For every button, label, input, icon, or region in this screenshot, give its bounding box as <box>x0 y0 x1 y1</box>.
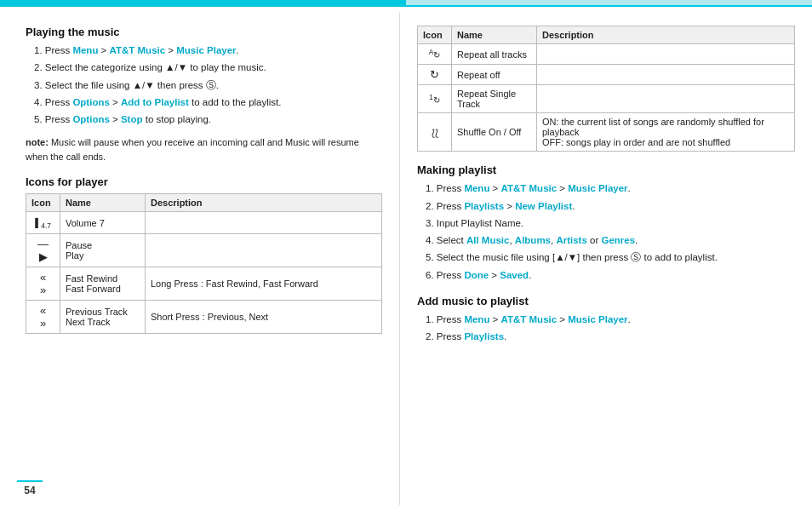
repeat-shuffle-table: Icon Name Description A↻ Repeat all trac… <box>417 26 795 152</box>
icon-repeat-single: 1↻ <box>418 85 452 113</box>
table-row: « » Fast RewindFast Forward Long Press :… <box>26 267 382 301</box>
icons-for-player-section: Icons for player Icon Name Description ▌… <box>26 175 382 334</box>
table-row: ― ▶ PausePlay <box>26 234 382 267</box>
desc-repeat-single <box>537 85 795 113</box>
repeat-shuffle-section: Icon Name Description A↻ Repeat all trac… <box>417 26 795 152</box>
top-bar-accent <box>0 5 812 7</box>
stop-link: Stop <box>121 114 143 124</box>
col-header-name-r: Name <box>452 26 537 44</box>
playing-music-title: Playing the music <box>26 26 382 38</box>
left-column: Playing the music 1. Press Menu > AT&T M… <box>0 12 400 505</box>
add-to-playlist-link: Add to Playlist <box>121 97 189 107</box>
desc-rewind-ff: Long Press : Fast Rewind, Fast Forward <box>146 267 382 301</box>
desc-volume <box>146 212 382 234</box>
making-playlist-title: Making playlist <box>417 164 795 176</box>
mp-step-3: 3. Input Playlist Name. <box>426 216 795 231</box>
name-repeat-single: Repeat Single Track <box>452 85 537 113</box>
name-repeat-all: Repeat all tracks <box>452 44 537 65</box>
next-icon: » <box>31 317 54 330</box>
note-text: note: Music will pause when you receive … <box>26 135 382 164</box>
step-4: 4. Press Options > Add to Playlist to ad… <box>34 95 382 110</box>
mp-step-2: 2. Press Playlists > New Playlist. <box>426 199 795 214</box>
icon-shuffle: ⟅⟅ <box>418 113 452 152</box>
col-header-description: Description <box>146 194 382 212</box>
music-player-link: Music Player <box>176 45 236 55</box>
col-header-icon: Icon <box>26 194 60 212</box>
play-icon: ▶ <box>31 250 54 263</box>
making-playlist-steps: 1. Press Menu > AT&T Music > Music Playe… <box>417 181 795 283</box>
right-column: Icon Name Description A↻ Repeat all trac… <box>400 12 812 505</box>
desc-repeat-all <box>537 44 795 65</box>
desc-prev-next: Short Press : Previous, Next <box>146 301 382 334</box>
repeat-all-icon: A↻ <box>429 50 441 60</box>
mp-step-6: 6. Press Done > Saved. <box>426 268 795 283</box>
rewind-icon: « <box>31 271 54 284</box>
pause-icon: ― <box>31 238 54 250</box>
icon-pause-play: ― ▶ <box>26 234 60 267</box>
icon-rewind-ff: « » <box>26 267 60 301</box>
name-repeat-off: Repeat off <box>452 65 537 85</box>
col-header-desc-r: Description <box>537 26 795 44</box>
att-music-link: AT&T Music <box>110 45 166 55</box>
am-step-2: 2. Press Playlists. <box>426 330 795 344</box>
menu-link: Menu <box>72 45 98 55</box>
col-header-icon-r: Icon <box>418 26 452 44</box>
name-prev-next: Previous TrackNext Track <box>60 301 146 334</box>
add-music-steps: 1. Press Menu > AT&T Music > Music Playe… <box>417 313 795 345</box>
mp-step-5: 5. Select the music file using [▲/▼] the… <box>426 250 795 265</box>
add-music-section: Add music to playlist 1. Press Menu > AT… <box>417 295 795 345</box>
table-row: A↻ Repeat all tracks <box>418 44 795 65</box>
mp-step-4: 4. Select All Music, Albums, Artists or … <box>426 233 795 248</box>
icon-repeat-off: ↻ <box>418 65 452 85</box>
table-row: ⟅⟅ Shuffle On / Off ON: the current list… <box>418 113 795 152</box>
name-shuffle: Shuffle On / Off <box>452 113 537 152</box>
playing-music-section: Playing the music 1. Press Menu > AT&T M… <box>26 26 382 164</box>
shuffle-icon: ⟅⟅ <box>432 128 438 138</box>
repeat-off-icon: ↻ <box>430 68 439 81</box>
icons-for-player-title: Icons for player <box>26 175 382 188</box>
ff-icon: » <box>31 284 54 296</box>
col-header-name: Name <box>60 194 146 212</box>
icon-prev-next: « » <box>26 301 60 334</box>
name-volume: Volume 7 <box>60 212 146 234</box>
icons-for-player-table: Icon Name Description ▌4.7 Volume 7 ― <box>26 193 382 334</box>
prev-icon: « <box>31 304 54 317</box>
table-row: 1↻ Repeat Single Track <box>418 85 795 113</box>
page-content: Playing the music 1. Press Menu > AT&T M… <box>0 12 812 505</box>
page-number: 54 <box>17 480 43 496</box>
table-row: « » Previous TrackNext Track Short Press… <box>26 301 382 334</box>
desc-shuffle: ON: the current list of songs are random… <box>537 113 795 152</box>
name-pause-play: PausePlay <box>60 234 146 267</box>
table-row: ▌4.7 Volume 7 <box>26 212 382 234</box>
volume-icon: ▌4.7 <box>35 218 51 227</box>
playing-music-steps: 1. Press Menu > AT&T Music > Music Playe… <box>26 43 382 127</box>
step-3: 3. Select the file using ▲/▼ then press … <box>34 78 382 93</box>
add-music-title: Add music to playlist <box>417 295 795 307</box>
am-step-1: 1. Press Menu > AT&T Music > Music Playe… <box>426 313 795 327</box>
step-1: 1. Press Menu > AT&T Music > Music Playe… <box>34 43 382 58</box>
desc-repeat-off <box>537 65 795 85</box>
icon-volume: ▌4.7 <box>26 212 60 234</box>
desc-pause-play <box>146 234 382 267</box>
table-row: ↻ Repeat off <box>418 65 795 85</box>
name-rewind-ff: Fast RewindFast Forward <box>60 267 146 301</box>
step-2: 2. Select the categorize using ▲/▼ to pl… <box>34 60 382 75</box>
making-playlist-section: Making playlist 1. Press Menu > AT&T Mus… <box>417 164 795 283</box>
step-5: 5. Press Options > Stop to stop playing. <box>34 112 382 127</box>
repeat-single-icon: 1↻ <box>429 95 440 105</box>
icon-repeat-all: A↻ <box>418 44 452 65</box>
mp-step-1: 1. Press Menu > AT&T Music > Music Playe… <box>426 181 795 196</box>
options-link-1: Options <box>72 97 109 107</box>
options-link-2: Options <box>72 114 109 124</box>
